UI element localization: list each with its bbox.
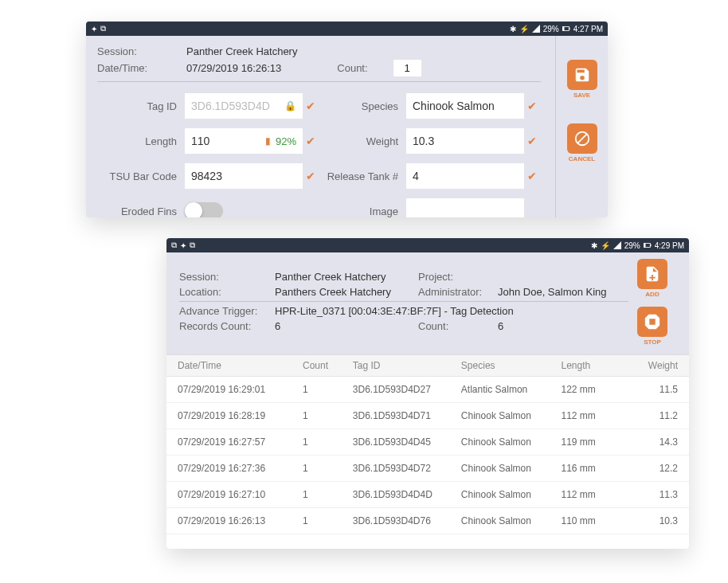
cell-weight: 10.3 (628, 515, 678, 526)
length-pct: 92% (276, 135, 296, 147)
cell-species: Chinook Salmon (461, 463, 562, 474)
tsu-input[interactable]: 98423 (185, 163, 303, 189)
table-row[interactable]: 07/29/2019 16:27:1013D6.1D593D4D4DChinoo… (166, 482, 689, 508)
cell-length: 116 mm (561, 463, 628, 474)
species-input[interactable]: Chinook Salmon (406, 93, 524, 119)
cell-species: Chinook Salmon (461, 489, 562, 500)
cell-weight: 12.2 (628, 463, 678, 474)
cell-datetime: 07/29/2019 16:27:36 (178, 463, 303, 474)
save-label: SAVE (573, 92, 590, 99)
battery-pct: 29% (624, 241, 640, 250)
check-icon: ✔ (524, 100, 540, 112)
col-weight: Weight (628, 360, 678, 371)
screenshot-icon: ⧉ (190, 241, 195, 250)
release-tank-label: Release Tank # (319, 170, 406, 182)
cell-datetime: 07/29/2019 16:28:19 (178, 410, 303, 421)
svg-rect-5 (650, 245, 651, 247)
cell-species: Atlantic Salmon (461, 384, 562, 395)
cell-weight: 11.5 (628, 384, 678, 395)
save-button[interactable]: SAVE (566, 60, 599, 100)
cell-length: 112 mm (561, 489, 628, 500)
datetime-label: Date/Time: (97, 62, 186, 74)
length-label: Length (97, 135, 185, 147)
release-tank-input[interactable]: 4 (406, 163, 524, 189)
cell-length: 119 mm (561, 436, 628, 448)
image-input[interactable] (406, 198, 524, 217)
check-icon: ✔ (303, 170, 319, 182)
col-count: Count (303, 360, 353, 371)
cell-count: 1 (303, 410, 353, 421)
entry-form-window: ✦ ⧉ ✱ ⚡ 29% 4:27 PM Session: Panther Cre… (86, 22, 608, 217)
battery-icon (562, 25, 570, 33)
stop-button[interactable]: STOP (636, 307, 669, 346)
cell-count: 1 (303, 515, 353, 526)
cell-tagid: 3D6.1D593D4D45 (353, 436, 461, 448)
session-label: Session: (179, 271, 275, 283)
star-icon: ✦ (180, 241, 186, 250)
table-row[interactable]: 07/29/2019 16:27:5713D6.1D593D4D45Chinoo… (166, 429, 689, 456)
records-list-window: ⧉ ✦ ⧉ ✱ ⚡ 29% 4:29 PM Session: Panther C… (166, 238, 689, 549)
svg-rect-2 (569, 28, 569, 30)
length-input[interactable]: 110 ▮ 92% (185, 128, 303, 154)
table-row[interactable]: 07/29/2019 16:29:0113D6.1D593D4D27Atlant… (166, 377, 689, 403)
stop-icon (637, 307, 667, 337)
cell-tagid: 3D6.1D593D4D27 (353, 384, 461, 395)
add-document-icon (637, 259, 667, 289)
svg-rect-4 (644, 244, 646, 248)
project-label: Project: (418, 271, 498, 283)
divider (179, 301, 628, 302)
svg-rect-1 (562, 27, 565, 31)
cell-count: 1 (303, 436, 353, 448)
species-label: Species (319, 100, 406, 112)
cell-species: Chinook Salmon (461, 515, 562, 526)
col-species: Species (461, 360, 562, 371)
add-label: ADD (645, 291, 659, 298)
table-row[interactable]: 07/29/2019 16:27:3613D6.1D593D4D72Chinoo… (166, 456, 689, 482)
add-button[interactable]: ADD (636, 259, 669, 299)
admin-value: John Doe, Salmon King (498, 286, 607, 298)
tag-id-text: 3D6.1D593D4D (191, 100, 270, 112)
cell-count: 1 (303, 489, 353, 500)
table-header: Date/Time Count Tag ID Species Length We… (166, 355, 689, 377)
status-bar: ⧉ ✦ ⧉ ✱ ⚡ 29% 4:29 PM (166, 238, 689, 252)
eroded-fins-toggle[interactable] (185, 202, 303, 217)
signal-icon (613, 241, 621, 249)
screenshot-icon: ⧉ (171, 241, 177, 250)
wifi-off-icon: ⚡ (601, 241, 610, 250)
cancel-icon (567, 123, 597, 154)
eroded-fins-label: Eroded Fins (97, 205, 185, 217)
status-bar: ✦ ⧉ ✱ ⚡ 29% 4:27 PM (86, 22, 608, 36)
table-row[interactable]: 07/29/2019 16:26:1313D6.1D593D4D76Chinoo… (166, 508, 689, 534)
cell-length: 122 mm (561, 384, 628, 395)
star-icon: ✦ (91, 25, 97, 33)
cell-datetime: 07/29/2019 16:26:13 (178, 515, 303, 526)
records-table: Date/Time Count Tag ID Species Length We… (166, 354, 689, 549)
records-count-label: Records Count: (179, 320, 275, 332)
cell-count: 1 (303, 384, 353, 395)
col-tagid: Tag ID (353, 360, 461, 371)
cell-tagid: 3D6.1D593D4D76 (353, 515, 461, 526)
weight-text: 10.3 (413, 135, 434, 147)
cell-weight: 14.3 (628, 436, 678, 448)
cell-tagid: 3D6.1D593D4D4D (353, 489, 461, 500)
image-label: Image (319, 205, 406, 217)
tag-id-input[interactable]: 3D6.1D593D4D 🔒 (185, 93, 303, 119)
lock-icon: 🔒 (284, 100, 296, 112)
count-value: 6 (498, 320, 503, 332)
divider (97, 81, 541, 82)
cancel-label: CANCEL (569, 155, 595, 162)
col-length: Length (561, 360, 628, 371)
col-datetime: Date/Time (178, 360, 303, 371)
cancel-button[interactable]: CANCEL (566, 123, 599, 163)
cell-tagid: 3D6.1D593D4D72 (353, 463, 461, 474)
battery-level-icon: ▮ (265, 135, 271, 147)
datetime-value: 07/29/2019 16:26:13 (186, 62, 281, 74)
tag-id-label: Tag ID (97, 100, 185, 112)
table-row[interactable]: 07/29/2019 16:28:1913D6.1D593D4D71Chinoo… (166, 403, 689, 429)
weight-input[interactable]: 10.3 (406, 128, 524, 154)
cell-count: 1 (303, 463, 353, 474)
session-label: Session: (97, 45, 186, 57)
release-text: 4 (413, 170, 419, 182)
cell-species: Chinook Salmon (461, 436, 562, 448)
cell-weight: 11.3 (628, 489, 678, 500)
